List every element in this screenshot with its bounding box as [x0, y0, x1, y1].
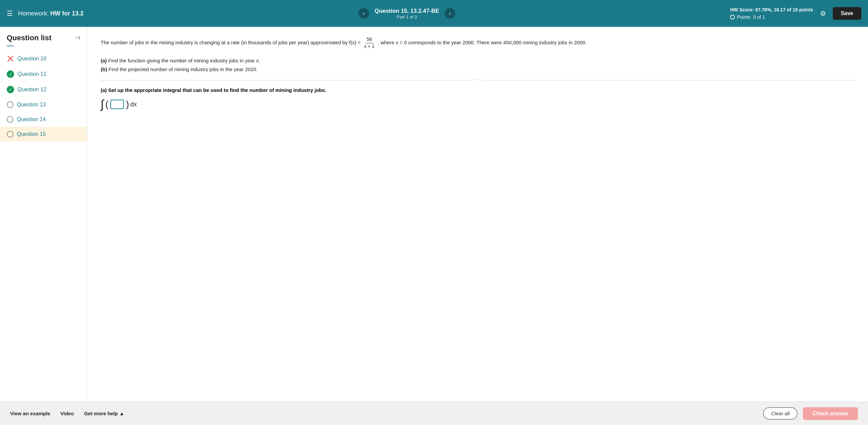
points-label: Points:	[737, 13, 751, 21]
cross-icon	[7, 55, 14, 62]
empty-icon-q15	[7, 131, 13, 137]
check-icon-q12: ✓	[7, 86, 14, 93]
next-button[interactable]: ›	[444, 8, 455, 19]
sidebar-item-q15[interactable]: Question 15	[0, 127, 87, 141]
footer-left: View an example Video Get more help ▲	[10, 411, 124, 416]
sidebar-item-q14[interactable]: Question 14	[0, 112, 87, 127]
problem-text: The number of jobs in the mining industr…	[101, 36, 855, 50]
footer-right: Clear all Check answer	[763, 407, 858, 420]
q14-label: Question 14	[17, 117, 45, 123]
homework-prefix: Homework:	[18, 10, 49, 17]
integral-area: ∫ ( ) dx	[101, 98, 855, 110]
sidebar-title: Question list	[7, 34, 51, 42]
q10-label: Question 10	[18, 56, 46, 62]
menu-icon[interactable]: ☰	[7, 9, 13, 18]
sidebar-item-q10[interactable]: Question 10	[0, 51, 87, 66]
hw-score: HW Score: 67.78%, 10.17 of 15 points	[730, 6, 813, 13]
part-a-label: (a)	[101, 58, 107, 63]
points-circle-icon	[730, 15, 735, 20]
check-answer-button[interactable]: Check answer	[803, 407, 858, 420]
part-b-label: (b)	[101, 66, 107, 72]
sidebar-divider	[7, 45, 13, 46]
sidebar-item-q12[interactable]: ✓ Question 12	[0, 82, 87, 97]
sidebar-item-q11[interactable]: ✓ Question 11	[0, 66, 87, 82]
score-info: HW Score: 67.78%, 10.17 of 15 points Poi…	[730, 6, 813, 21]
divider-area: · · ·	[101, 80, 855, 80]
integral-paren-open: (	[105, 99, 108, 110]
clear-all-button[interactable]: Clear all	[763, 407, 798, 420]
q11-label: Question 11	[18, 71, 46, 77]
footer: View an example Video Get more help ▲ Cl…	[0, 401, 868, 425]
fraction-denominator: x + 1	[363, 43, 376, 50]
main-area: Question list ⊣ Question 10 ✓ Question 1…	[0, 27, 868, 401]
view-example-link[interactable]: View an example	[10, 411, 50, 416]
integral-input-box[interactable]	[111, 100, 124, 109]
q12-label: Question 12	[18, 87, 46, 93]
fraction: 56 x + 1	[363, 36, 376, 50]
empty-icon-q14	[7, 116, 13, 123]
hw-score-label: HW Score:	[730, 7, 754, 12]
header-center: ‹ Question 15, 13.2.47-BE Part 1 of 3 ›	[84, 8, 730, 20]
integral-symbol: ∫	[101, 98, 104, 110]
check-icon-q11: ✓	[7, 70, 14, 78]
problem-continuation: , where x = 0 corresponds to the year 20…	[378, 40, 587, 45]
part-a-text: Find the function giving the number of m…	[108, 58, 260, 63]
question-title: Question 15, 13.2.47-BE	[374, 8, 439, 14]
integral-paren-close: )	[126, 99, 129, 110]
collapse-icon[interactable]: ⊣	[75, 34, 80, 42]
header-right: HW Score: 67.78%, 10.17 of 15 points Poi…	[730, 6, 861, 21]
points-value: 0 of 1	[753, 13, 765, 21]
setup-label: (a) Set up the appropriate integral that…	[101, 87, 855, 93]
homework-title: HW for 13.2	[50, 10, 84, 17]
question-info: Question 15, 13.2.47-BE Part 1 of 3	[374, 8, 439, 20]
sidebar-item-q13[interactable]: Question 13	[0, 97, 87, 112]
content-area: The number of jobs in the mining industr…	[87, 27, 868, 401]
header: ☰ Homework: HW for 13.2 ‹ Question 15, 1…	[0, 0, 868, 27]
sidebar-header: Question list ⊣	[0, 34, 87, 45]
empty-icon-q13	[7, 101, 13, 108]
question-part: Part 1 of 3	[374, 14, 439, 20]
sidebar: Question list ⊣ Question 10 ✓ Question 1…	[0, 27, 87, 401]
hw-score-value: 67.78%, 10.17 of 15 points	[755, 7, 813, 12]
header-title: Homework: HW for 13.2	[18, 10, 84, 17]
problem-parts: (a) Find the function giving the number …	[101, 56, 855, 73]
problem-intro: The number of jobs in the mining industr…	[101, 40, 361, 45]
dx-label: dx	[130, 101, 137, 108]
video-link[interactable]: Video	[60, 411, 74, 416]
save-button[interactable]: Save	[833, 7, 861, 20]
prev-button[interactable]: ‹	[358, 8, 369, 19]
get-more-help-link[interactable]: Get more help ▲	[84, 411, 124, 416]
points-row: Points: 0 of 1	[730, 13, 813, 21]
fraction-numerator: 56	[365, 36, 373, 43]
divider-dots: · · ·	[471, 77, 484, 82]
q13-label: Question 13	[17, 102, 45, 108]
q15-label: Question 15	[17, 131, 45, 137]
settings-icon[interactable]: ⚙	[820, 9, 826, 18]
part-b-text: Find the projected number of mining indu…	[108, 66, 257, 72]
